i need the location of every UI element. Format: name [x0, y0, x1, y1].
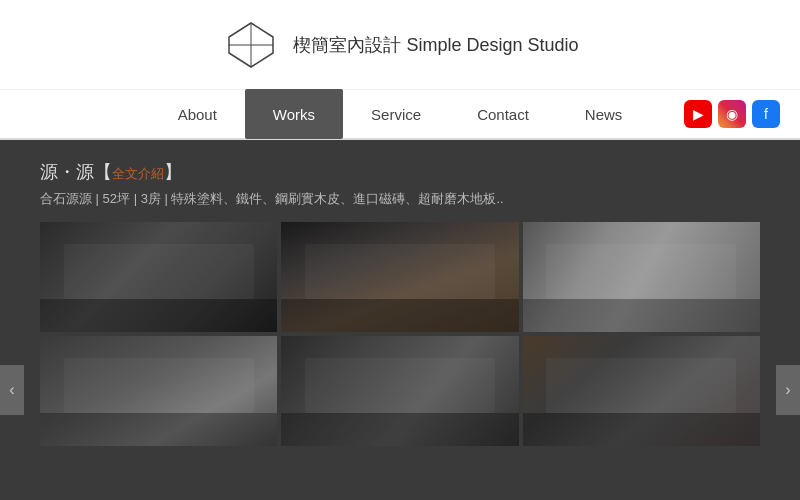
nav-about[interactable]: About — [150, 89, 245, 139]
prev-arrow[interactable]: ‹ — [0, 365, 24, 415]
next-arrow[interactable]: › — [776, 365, 800, 415]
logo-icon: Simple Design Studio — [221, 15, 281, 75]
project-image-4[interactable] — [40, 336, 277, 446]
project-title-prefix: 源・源【 — [40, 162, 112, 182]
project-image-1[interactable] — [40, 222, 277, 332]
project-full-intro-link[interactable]: 全文介紹 — [112, 166, 164, 181]
social-links: ▶ ◉ f — [684, 100, 780, 128]
project-description: 合石源源 | 52坪 | 3房 | 特殊塗料、鐵件、鋼刷實木皮、進口磁磚、超耐磨… — [40, 190, 760, 208]
nav-contact[interactable]: Contact — [449, 89, 557, 139]
nav-service[interactable]: Service — [343, 89, 449, 139]
site-header: Simple Design Studio 楔簡室內設計 Simple Desig… — [0, 0, 800, 90]
navigation: About Works Service Contact News ▶ ◉ f — [0, 90, 800, 140]
nav-works[interactable]: Works — [245, 89, 343, 139]
project-title-suffix: 】 — [164, 162, 182, 182]
project-image-5[interactable] — [281, 336, 518, 446]
project-title: 源・源【全文介紹】 — [40, 160, 760, 184]
logo-area: Simple Design Studio 楔簡室內設計 Simple Desig… — [221, 15, 578, 75]
image-grid — [40, 222, 760, 446]
project-image-3[interactable] — [523, 222, 760, 332]
logo-title: 楔簡室內設計 Simple Design Studio — [293, 33, 578, 57]
project-image-6[interactable] — [523, 336, 760, 446]
youtube-icon[interactable]: ▶ — [684, 100, 712, 128]
nav-news[interactable]: News — [557, 89, 651, 139]
logo-text: 楔簡室內設計 Simple Design Studio — [293, 33, 578, 57]
project-image-2[interactable] — [281, 222, 518, 332]
instagram-icon[interactable]: ◉ — [718, 100, 746, 128]
facebook-icon[interactable]: f — [752, 100, 780, 128]
main-content: 源・源【全文介紹】 合石源源 | 52坪 | 3房 | 特殊塗料、鐵件、鋼刷實木… — [0, 140, 800, 500]
